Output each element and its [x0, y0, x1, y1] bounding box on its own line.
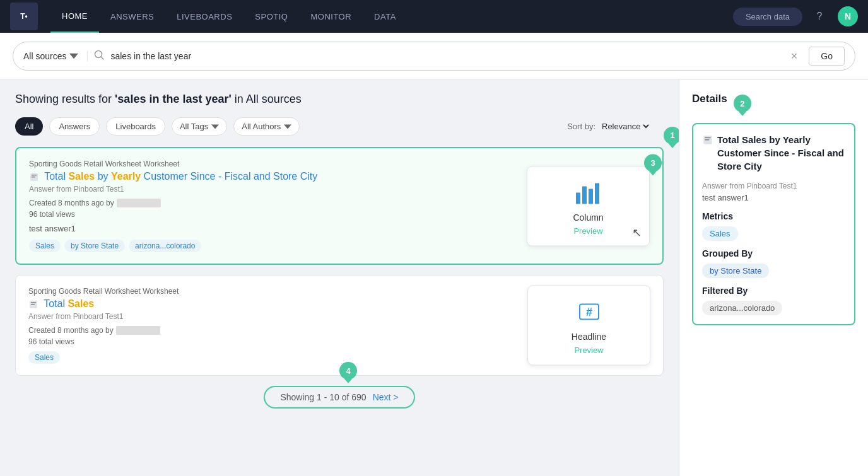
tag-sales-1[interactable]: Sales — [29, 240, 61, 252]
nav-answers[interactable]: ANSWERS — [99, 0, 165, 33]
cursor-icon: ↖ — [632, 225, 642, 239]
result-2-author-blur: ████████ — [116, 326, 160, 335]
filter-liveboards[interactable]: Liveboards — [106, 117, 165, 136]
user-avatar[interactable]: N — [838, 6, 858, 26]
results-title: Showing results for 'sales in the last y… — [15, 93, 664, 106]
sort-label: Sort by: — [567, 122, 595, 131]
logo-text: T• — [20, 12, 28, 21]
go-button[interactable]: Go — [809, 47, 845, 66]
svg-rect-5 — [576, 192, 580, 204]
tag-arizona-colorado-1[interactable]: arizona...colorado — [129, 240, 201, 252]
content-area: Showing results for 'sales in the last y… — [0, 80, 868, 476]
svg-rect-7 — [589, 189, 593, 204]
balloon-4: 4 — [339, 362, 357, 380]
svg-rect-4 — [32, 177, 35, 178]
all-authors-dropdown[interactable]: All Authors — [233, 117, 300, 136]
svg-rect-11 — [31, 304, 35, 305]
all-authors-label: All Authors — [242, 122, 281, 131]
result-1-author-blur: ████████ — [117, 199, 161, 207]
filter-answers[interactable]: Answers — [49, 117, 100, 136]
help-button[interactable]: ? — [810, 7, 829, 26]
search-input[interactable] — [110, 51, 784, 61]
tag-store-state-1[interactable]: by Store State — [64, 240, 125, 252]
headline-icon: # — [573, 296, 605, 328]
all-tags-label: All Tags — [180, 122, 208, 131]
metrics-tag[interactable]: Sales — [702, 226, 738, 241]
navigation: T• HOME ANSWERS LIVEBOARDS SPOTIQ MONITO… — [0, 0, 868, 33]
details-sidebar: Details 2 Total Sales by Yearly Customer… — [679, 80, 868, 476]
details-title: Details — [692, 93, 727, 105]
all-tags-dropdown[interactable]: All Tags — [172, 117, 227, 136]
main-panel: Showing results for 'sales in the last y… — [0, 80, 679, 476]
pagination-next[interactable]: Next > — [373, 392, 399, 402]
svg-rect-10 — [31, 302, 36, 303]
answer-icon — [29, 172, 39, 182]
search-bar: All sources × Go — [13, 42, 855, 71]
tags-chevron-icon — [211, 123, 219, 131]
result-2-link[interactable]: Total Sales — [44, 298, 94, 309]
column-chart-icon — [573, 177, 604, 208]
sources-label: All sources — [23, 51, 66, 61]
balloon-1: 1 — [664, 127, 679, 144]
details-card: Total Sales by Yearly Customer Since - F… — [692, 123, 855, 325]
sources-dropdown[interactable]: All sources — [23, 51, 88, 61]
svg-line-1 — [101, 57, 103, 59]
search-data-button[interactable]: Search data — [733, 8, 802, 26]
clear-search-button[interactable]: × — [791, 50, 798, 62]
pagination-area: 4 Showing 1 - 10 of 690 Next > — [15, 386, 664, 409]
nav-links: HOME ANSWERS LIVEBOARDS SPOTIQ MONITOR D… — [50, 0, 733, 33]
grouped-title: Grouped By — [702, 248, 845, 258]
nav-search-area: Search data ? N — [733, 6, 858, 26]
balloon-2-wrap: 2 — [734, 95, 751, 112]
nav-home[interactable]: HOME — [50, 0, 99, 33]
svg-rect-6 — [582, 186, 587, 204]
filtered-tag[interactable]: arizona...colorado — [702, 301, 782, 315]
svg-rect-15 — [705, 137, 711, 139]
bar-chart-svg — [574, 180, 603, 205]
logo: T• — [10, 3, 38, 30]
tag-sales-2[interactable]: Sales — [28, 351, 60, 364]
balloon-2: 2 — [734, 95, 751, 112]
svg-rect-16 — [705, 139, 710, 141]
search-icon — [94, 50, 104, 62]
details-answer-name: test answer1 — [702, 193, 845, 202]
nav-spotiq[interactable]: SPOTIQ — [243, 0, 299, 33]
preview-card-2: # Headline Preview — [527, 286, 650, 366]
details-from: Answer from Pinboard Test1 — [702, 182, 845, 190]
chevron-down-icon — [69, 52, 78, 61]
svg-rect-3 — [32, 175, 37, 176]
svg-rect-8 — [595, 183, 599, 204]
details-answer-title: Total Sales by Yearly Customer Since - F… — [717, 133, 845, 173]
nav-data[interactable]: DATA — [363, 0, 408, 33]
preview-type-1: Column — [573, 212, 603, 222]
metrics-title: Metrics — [702, 211, 845, 221]
balloon-3: 3 — [644, 154, 662, 171]
preview-type-2: Headline — [572, 332, 606, 342]
answer-icon-2 — [28, 299, 38, 310]
filter-all[interactable]: All — [15, 117, 43, 136]
grouped-tag[interactable]: by Store State — [702, 264, 769, 278]
svg-text:#: # — [585, 306, 592, 318]
result-1-link[interactable]: Total Sales by Yearly Customer Since - F… — [44, 171, 317, 182]
headline-svg: # — [575, 299, 604, 325]
preview-link-2[interactable]: Preview — [574, 345, 603, 355]
authors-chevron-icon — [284, 123, 291, 131]
details-header: Details 2 — [692, 93, 855, 114]
filtered-title: Filtered By — [702, 286, 845, 296]
sort-by: Sort by: Relevance — [567, 121, 651, 132]
pagination: Showing 1 - 10 of 690 Next > — [264, 386, 414, 409]
result-card-2: Sporting Goods Retail Worksheet Workshee… — [15, 275, 664, 376]
nav-icons: ? N — [810, 6, 858, 26]
preview-card-1: 3 Column Preview ↖ — [527, 166, 650, 246]
sort-select[interactable]: Relevance — [599, 121, 651, 132]
nav-monitor[interactable]: MONITOR — [299, 0, 363, 33]
nav-liveboards[interactable]: LIVEBOARDS — [165, 0, 243, 33]
filters-bar: All Answers Liveboards All Tags All Auth… — [15, 117, 664, 136]
preview-link-1[interactable]: Preview — [573, 226, 602, 235]
details-card-header: Total Sales by Yearly Customer Since - F… — [702, 133, 845, 178]
pagination-text: Showing 1 - 10 of 690 — [280, 392, 366, 402]
result-card-1: Sporting Goods Retail Worksheet Workshee… — [15, 147, 664, 265]
search-bar-container: All sources × Go — [0, 33, 868, 80]
details-answer-icon — [702, 134, 713, 146]
